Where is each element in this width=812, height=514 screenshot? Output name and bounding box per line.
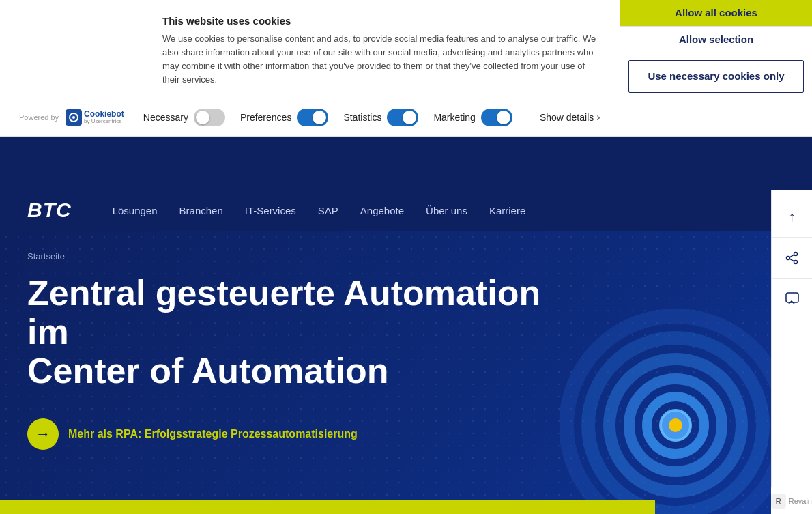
allow-selection-button[interactable]: Allow selection: [620, 26, 812, 53]
allow-all-cookies-button[interactable]: Allow all cookies: [620, 0, 812, 26]
show-details-button[interactable]: Show details ›: [540, 111, 600, 124]
yellow-bar: [0, 500, 655, 514]
cta-arrow-icon: →: [27, 418, 59, 450]
cookiebot-logo: Powered by Cookiebot by Usercentrics: [19, 109, 124, 126]
toggle-marketing-switch[interactable]: [481, 109, 512, 126]
svg-text:R: R: [776, 496, 782, 506]
cookie-toggle-group: Necessary Preferences Statistics: [143, 109, 793, 126]
hero-title-line2: Center of Automation: [27, 351, 389, 390]
toggle-marketing-thumb: [497, 111, 510, 124]
nav-bar: BTC Lösungen Branchen IT-Services SAP An…: [0, 190, 771, 231]
toggle-necessary-switch[interactable]: [194, 109, 225, 126]
cookie-title: This website uses cookies: [162, 15, 600, 27]
toggle-statistics-thumb: [403, 111, 416, 124]
necessary-cookies-only-button[interactable]: Use necessary cookies only: [628, 60, 804, 93]
toggle-statistics-track[interactable]: [387, 109, 418, 126]
chevron-right-icon: ›: [596, 111, 600, 124]
revain-icon: R: [771, 494, 786, 509]
cta-text: Mehr als RPA: Erfolgsstrategie Prozessau…: [68, 428, 358, 440]
revain-widget: R Revain: [771, 487, 812, 514]
svg-rect-12: [786, 293, 798, 302]
cookie-buttons-panel: Allow all cookies Allow selection Use ne…: [620, 0, 812, 100]
toggle-preferences-track[interactable]: [297, 109, 328, 126]
nav-link-it-services[interactable]: IT-Services: [245, 205, 296, 216]
site-logo: BTC: [27, 199, 72, 222]
toggle-statistics-label: Statistics: [343, 112, 381, 123]
hero-title: Zentral gesteuerte Automation im Center …: [27, 274, 587, 391]
toggle-marketing-track[interactable]: [481, 109, 512, 126]
powered-by-label: Powered by: [19, 113, 59, 122]
cookiebot-brand: Cookiebot by Usercentrics: [66, 109, 124, 126]
toggle-necessary-thumb: [196, 111, 209, 124]
toggle-statistics-switch[interactable]: [387, 109, 418, 126]
toggle-necessary: Necessary: [143, 109, 225, 126]
toggle-preferences-label: Preferences: [240, 112, 291, 123]
svg-point-16: [72, 116, 75, 119]
nav-link-ueber-uns[interactable]: Über uns: [426, 205, 467, 216]
hero-title-line1: Zentral gesteuerte Automation im: [27, 273, 540, 352]
nav-link-branchen[interactable]: Branchen: [179, 205, 223, 216]
chat-button[interactable]: [772, 279, 813, 319]
svg-line-10: [789, 255, 794, 257]
nav-link-angebote[interactable]: Angebote: [360, 205, 404, 216]
nav-link-loesungen[interactable]: Lösungen: [113, 205, 158, 216]
cookie-controls-row: Powered by Cookiebot by Usercentrics Nec…: [0, 100, 812, 136]
svg-point-9: [786, 256, 789, 259]
main-nav: Lösungen Branchen IT-Services SAP Angebo…: [113, 205, 526, 216]
toggle-preferences-switch[interactable]: [297, 109, 328, 126]
cookie-description: We use cookies to personalise content an…: [162, 32, 600, 87]
svg-point-7: [794, 252, 797, 255]
cookie-banner: This website uses cookies We use cookies…: [0, 0, 812, 137]
toggle-preferences-thumb: [313, 111, 326, 124]
toggle-marketing: Marketing: [433, 109, 512, 126]
cookiebot-sub: by Usercentrics: [84, 119, 124, 125]
share-button[interactable]: [772, 238, 813, 279]
cookiebot-name: Cookiebot: [84, 110, 124, 119]
cookie-top-row: This website uses cookies We use cookies…: [0, 0, 812, 100]
cookiebot-logo-icon: [66, 109, 82, 126]
toggle-preferences: Preferences: [240, 109, 328, 126]
right-panel: ↑: [771, 190, 812, 514]
svg-line-11: [789, 259, 794, 261]
revain-label: Revain: [789, 497, 812, 505]
hero-section: Startseite Zentral gesteuerte Automation…: [0, 231, 771, 514]
breadcrumb: Startseite: [27, 251, 744, 261]
cookie-text-area: This website uses cookies We use cookies…: [0, 0, 620, 100]
scroll-up-button[interactable]: ↑: [772, 197, 813, 238]
toggle-marketing-label: Marketing: [433, 112, 475, 123]
show-details-label: Show details: [540, 112, 594, 123]
circle-graphic: [560, 309, 771, 514]
toggle-necessary-label: Necessary: [143, 112, 188, 123]
nav-link-karriere[interactable]: Karriere: [489, 205, 525, 216]
svg-point-6: [669, 418, 682, 432]
svg-point-8: [794, 260, 797, 263]
toggle-necessary-track[interactable]: [194, 109, 225, 126]
nav-link-sap[interactable]: SAP: [318, 205, 338, 216]
toggle-statistics: Statistics: [343, 109, 418, 126]
